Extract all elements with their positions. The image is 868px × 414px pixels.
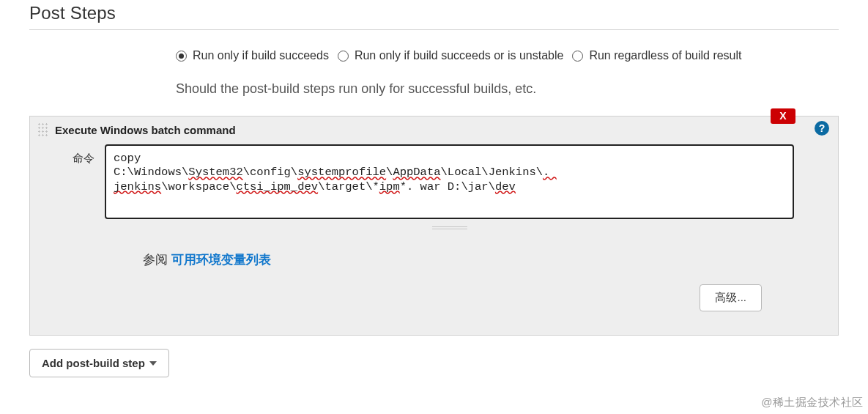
- drag-handle-icon[interactable]: [37, 122, 49, 137]
- run-condition-option-0[interactable]: Run only if build succeeds: [176, 49, 329, 62]
- radio-icon[interactable]: [338, 51, 349, 62]
- radio-label: Run only if build succeeds or is unstabl…: [355, 49, 564, 62]
- run-condition-option-2[interactable]: Run regardless of build result: [572, 49, 741, 62]
- run-condition-group: Run only if build succeedsRun only if bu…: [176, 49, 839, 62]
- add-post-build-step-button[interactable]: Add post-build step: [29, 349, 169, 377]
- section-title: Post Steps: [29, 0, 839, 30]
- radio-label: Run regardless of build result: [589, 49, 741, 62]
- radio-label: Run only if build succeeds: [193, 49, 329, 62]
- resize-handle-icon[interactable]: [432, 226, 467, 229]
- build-step-box: X ? Execute Windows batch command 命令 cop…: [29, 116, 839, 336]
- advanced-button[interactable]: 高级...: [700, 284, 762, 311]
- run-condition-description: Should the post-build steps run only for…: [176, 81, 839, 97]
- add-step-label: Add post-build step: [42, 357, 145, 369]
- command-label: 命令: [73, 144, 94, 166]
- watermark-text: @稀土掘金技术社区: [761, 396, 864, 410]
- command-textarea[interactable]: copy C:\Windows\System32\config\systempr…: [105, 144, 794, 219]
- step-title: Execute Windows batch command: [55, 124, 236, 136]
- caret-down-icon: [149, 361, 157, 366]
- radio-icon[interactable]: [572, 51, 583, 62]
- env-vars-link[interactable]: 可用环境变量列表: [171, 253, 271, 267]
- radio-icon[interactable]: [176, 51, 187, 62]
- reference-prefix: 参阅: [143, 253, 171, 267]
- step-header: Execute Windows batch command: [30, 117, 838, 141]
- env-vars-reference: 参阅 可用环境变量列表: [143, 251, 794, 268]
- run-condition-option-1[interactable]: Run only if build succeeds or is unstabl…: [338, 49, 564, 62]
